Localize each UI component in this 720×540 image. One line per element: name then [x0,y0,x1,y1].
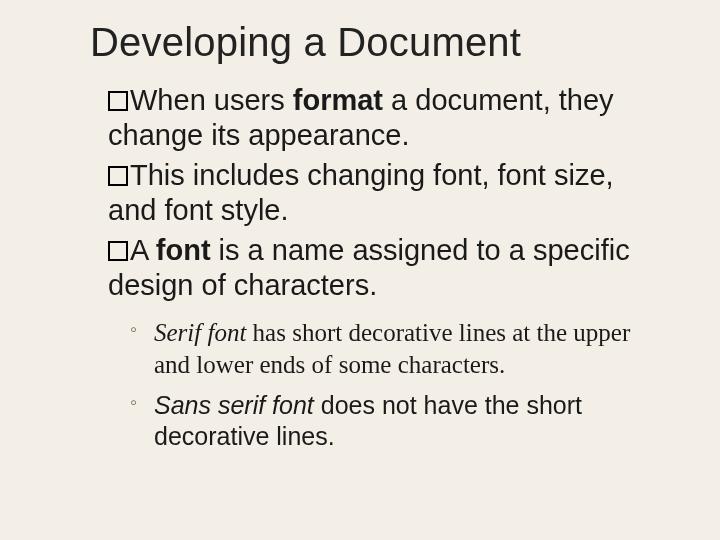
bold-term-format: format [293,84,383,116]
text: This includes changing font, font size, … [108,159,614,226]
sublist: Serif font has short decorative lines at… [130,317,660,452]
checkbox-icon [108,166,128,186]
page-title: Developing a Document [90,20,660,65]
paragraph-includes: This includes changing font, font size, … [108,158,660,229]
italic-lead: Sans serif font [154,391,321,419]
paragraph-format: When users format a document, they chang… [108,83,660,154]
bold-term-font: font [156,234,211,266]
slide: Developing a Document When users format … [0,0,720,540]
paragraph-font: A font is a name assigned to a specific … [108,233,660,304]
text: A [130,234,156,266]
checkbox-icon [108,91,128,111]
checkbox-icon [108,241,128,261]
subitem-sans-serif: Sans serif font does not have the short … [130,390,660,453]
subitem-serif: Serif font has short decorative lines at… [130,317,660,380]
text: When users [130,84,293,116]
body-text: When users format a document, they chang… [108,83,660,452]
italic-lead: Serif font [154,319,253,346]
